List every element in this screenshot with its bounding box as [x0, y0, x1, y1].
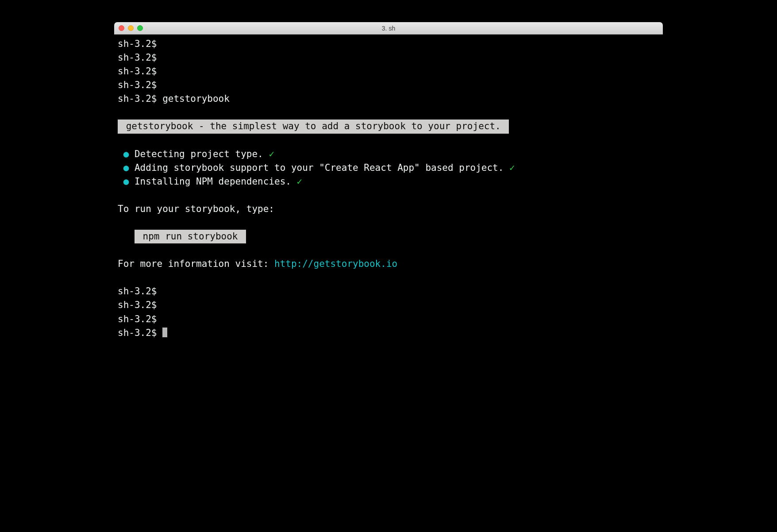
traffic-lights — [114, 25, 143, 31]
terminal-line: sh-3.2$ — [118, 312, 659, 326]
bullet-icon: ● — [123, 149, 129, 159]
terminal-line: sh-3.2$ — [118, 285, 659, 298]
terminal-line: ● Adding storybook support to your "Crea… — [118, 161, 659, 175]
window-title: 3. sh — [114, 25, 663, 32]
terminal-line — [118, 106, 659, 120]
check-icon: ✓ — [269, 149, 274, 159]
cursor — [162, 328, 167, 337]
terminal-line: ● Installing NPM dependencies. ✓ — [118, 175, 659, 189]
terminal-line: sh-3.2$ — [118, 65, 659, 78]
terminal-line: sh-3.2$ — [118, 298, 659, 312]
check-icon: ✓ — [297, 176, 303, 187]
terminal-line: sh-3.2$ getstorybook — [118, 92, 659, 106]
terminal-line: ● Detecting project type. ✓ — [118, 147, 659, 161]
terminal-line — [118, 189, 659, 202]
check-icon: ✓ — [509, 162, 515, 173]
terminal-line — [118, 134, 659, 147]
terminal-line — [118, 243, 659, 257]
terminal-line: npm run storybook — [118, 230, 659, 243]
terminal-line: sh-3.2$ — [118, 37, 659, 51]
run-command: npm run storybook — [135, 230, 246, 243]
terminal-line — [118, 271, 659, 285]
terminal-line: For more information visit: http://getst… — [118, 257, 659, 271]
close-icon[interactable] — [119, 25, 124, 31]
terminal-line: getstorybook - the simplest way to add a… — [118, 120, 659, 133]
bullet-icon: ● — [123, 162, 129, 173]
zoom-icon[interactable] — [137, 25, 143, 31]
terminal-line: To run your storybook, type: — [118, 202, 659, 216]
minimize-icon[interactable] — [128, 25, 134, 31]
terminal-line: sh-3.2$ — [118, 78, 659, 92]
terminal-line — [118, 216, 659, 230]
terminal-body[interactable]: sh-3.2$sh-3.2$sh-3.2$sh-3.2$sh-3.2$ gets… — [114, 35, 663, 389]
terminal-window: 3. sh sh-3.2$sh-3.2$sh-3.2$sh-3.2$sh-3.2… — [114, 22, 663, 389]
terminal-line: sh-3.2$ — [118, 51, 659, 65]
terminal-line: sh-3.2$ — [118, 326, 659, 340]
info-url[interactable]: http://getstorybook.io — [274, 258, 397, 269]
bullet-icon: ● — [123, 176, 129, 187]
titlebar[interactable]: 3. sh — [114, 22, 663, 35]
banner: getstorybook - the simplest way to add a… — [118, 120, 509, 133]
